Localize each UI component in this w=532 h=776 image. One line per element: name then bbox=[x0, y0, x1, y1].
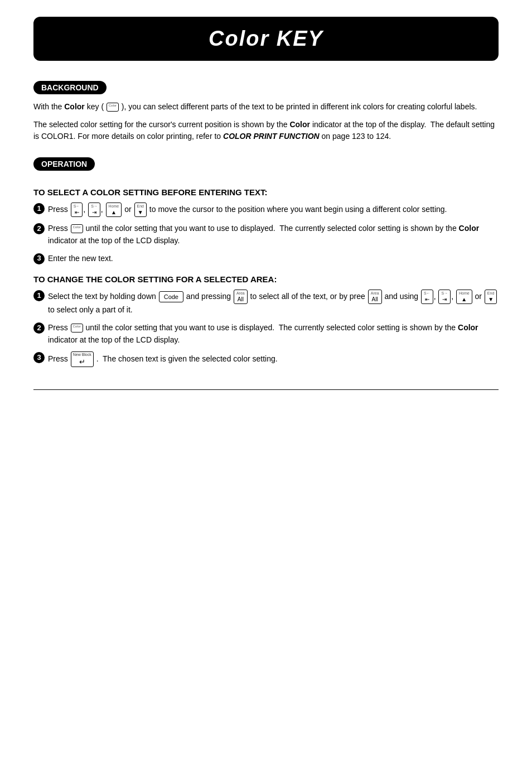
key-forward: S→⇥ bbox=[88, 203, 100, 217]
step1-num: 1 bbox=[33, 203, 45, 214]
key-end2: End▼ bbox=[485, 290, 497, 304]
key-fwd2: S→⇥ bbox=[438, 290, 451, 304]
step1-content: Press S←⇤, S→⇥, Home▲ or End▼ to move th… bbox=[48, 203, 499, 217]
new-block-key: New Block ↵ bbox=[71, 351, 94, 367]
step3-content: Enter the new text. bbox=[48, 253, 499, 265]
key-code: Code bbox=[159, 291, 183, 302]
page-title: Color KEY bbox=[209, 27, 323, 50]
subsection1-title: TO SELECT A COLOR SETTING BEFORE ENTERIN… bbox=[33, 187, 499, 197]
step3-num: 3 bbox=[33, 253, 45, 264]
step1-change-num: 1 bbox=[33, 290, 45, 301]
key-back: S←⇤ bbox=[71, 203, 83, 217]
step2-content: Press until the color setting that you w… bbox=[48, 223, 499, 247]
step2-num: 2 bbox=[33, 223, 45, 234]
color-key-icon3 bbox=[71, 324, 83, 332]
background-para1: With the Color key ( ), you can select d… bbox=[33, 101, 499, 113]
background-section: BACKGROUND With the Color key ( ), you c… bbox=[33, 76, 499, 143]
color-key-icon2 bbox=[71, 224, 83, 233]
step1-select: 1 Press S←⇤, S→⇥, Home▲ or End▼ to move … bbox=[33, 203, 499, 217]
operation-section: OPERATION TO SELECT A COLOR SETTING BEFO… bbox=[33, 153, 499, 367]
key-area: AreaAll bbox=[368, 290, 382, 304]
key-end: End▼ bbox=[134, 203, 147, 217]
background-label: BACKGROUND bbox=[33, 81, 107, 94]
step3-select: 3 Enter the new text. bbox=[33, 253, 499, 265]
background-para2: The selected color setting for the curso… bbox=[33, 119, 499, 143]
step1-change-content: Select the text by holding down Code and… bbox=[48, 290, 499, 316]
operation-label: OPERATION bbox=[33, 157, 95, 171]
key-area-all: AreaAll bbox=[234, 290, 248, 304]
step2-change: 2 Press until the color setting that you… bbox=[33, 322, 499, 346]
key-home2: Home▲ bbox=[456, 290, 472, 304]
subsection2-title: TO CHANGE THE COLOR SETTING FOR A SELECT… bbox=[33, 274, 499, 284]
step2-change-num: 2 bbox=[33, 322, 45, 334]
step3-change-num: 3 bbox=[33, 352, 45, 363]
bottom-divider bbox=[33, 389, 499, 390]
step2-change-content: Press until the color setting that you w… bbox=[48, 322, 499, 346]
key-home: Home▲ bbox=[106, 203, 122, 217]
step2-select: 2 Press until the color setting that you… bbox=[33, 223, 499, 247]
step3-change-content: Press New Block ↵ . The chosen text is g… bbox=[48, 351, 499, 367]
key-back2: S←⇤ bbox=[421, 290, 433, 304]
color-key-icon bbox=[107, 103, 119, 112]
title-box: Color KEY bbox=[33, 17, 499, 61]
step3-change: 3 Press New Block ↵ . The chosen text is… bbox=[33, 351, 499, 367]
step1-change: 1 Select the text by holding down Code a… bbox=[33, 290, 499, 316]
